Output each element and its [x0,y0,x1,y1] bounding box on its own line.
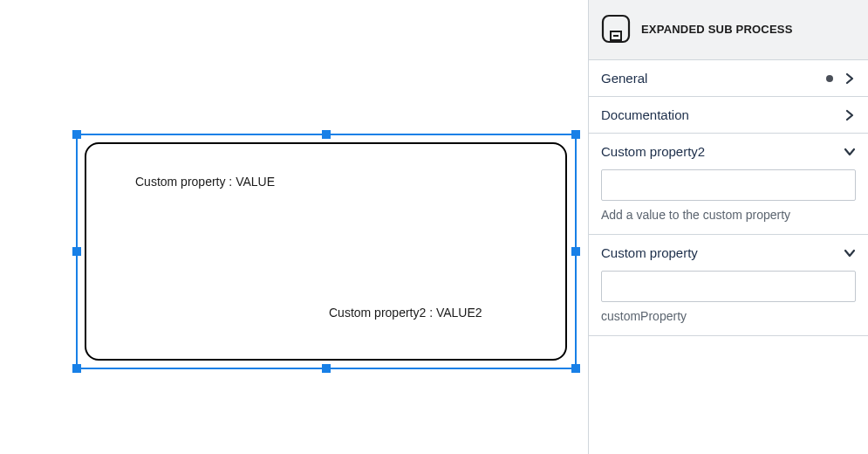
section-general: General [589,60,868,97]
resize-handle-ne[interactable] [571,130,580,139]
section-custom-property: Custom property customProperty [589,235,868,336]
custom-property2-input[interactable] [601,169,856,201]
resize-handle-s[interactable] [322,364,331,373]
chevron-right-icon [844,72,856,85]
section-custom-property-header[interactable]: Custom property [589,235,868,271]
custom-property-input[interactable] [601,271,856,302]
section-documentation-label: Documentation [601,107,689,122]
section-general-header[interactable]: General [589,60,868,96]
section-documentation: Documentation [589,97,868,134]
subprocess-icon [601,14,631,44]
resize-handle-nw[interactable] [72,130,81,139]
custom-property-helper: customProperty [601,309,856,323]
chevron-right-icon [844,109,856,121]
resize-handle-sw[interactable] [72,364,81,373]
section-general-label: General [601,71,647,86]
section-custom-property2-header[interactable]: Custom property2 [589,134,868,169]
selection-outline [76,134,577,369]
resize-handle-e[interactable] [571,247,580,256]
properties-panel: EXPANDED SUB PROCESS General Documentati… [588,0,868,454]
svg-rect-0 [603,16,629,42]
section-custom-property2-label: Custom property2 [601,144,705,159]
custom-property2-helper: Add a value to the custom property [601,208,856,222]
dirty-indicator-icon [826,75,833,82]
chevron-down-icon [844,146,856,158]
panel-header: EXPANDED SUB PROCESS [589,0,868,60]
chevron-down-icon [844,247,856,259]
diagram-canvas[interactable]: Custom property : VALUE Custom property2… [0,0,588,454]
section-custom-property2-body: Add a value to the custom property [589,169,868,234]
section-documentation-header[interactable]: Documentation [589,97,868,133]
section-custom-property-body: customProperty [589,271,868,335]
resize-handle-n[interactable] [322,130,331,139]
resize-handle-w[interactable] [72,247,81,256]
panel-title: EXPANDED SUB PROCESS [641,23,793,36]
resize-handle-se[interactable] [571,364,580,373]
section-custom-property2: Custom property2 Add a value to the cust… [589,134,868,235]
section-custom-property-label: Custom property [601,245,698,260]
